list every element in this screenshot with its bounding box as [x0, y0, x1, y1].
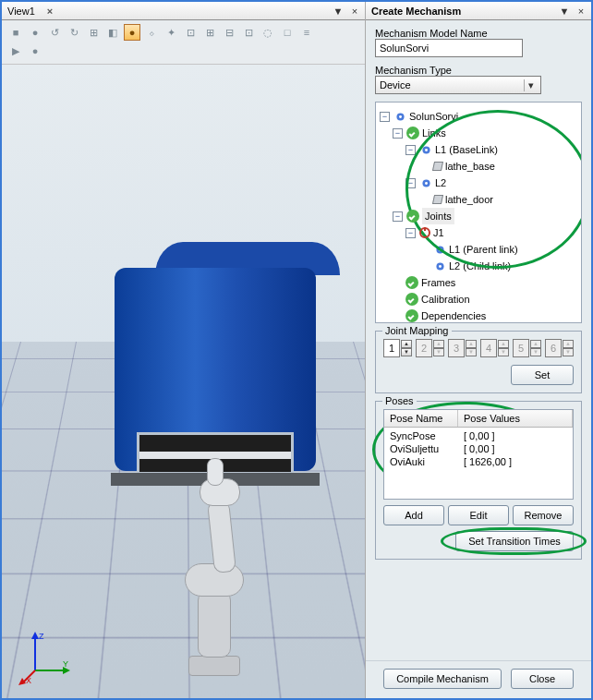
expand-icon[interactable]: −	[405, 228, 416, 238]
joint-spinner-5: 5▲▼	[513, 339, 541, 357]
joint-spinner-3: 3▲▼	[448, 339, 477, 357]
expand-icon[interactable]: −	[405, 145, 416, 155]
check-icon	[405, 309, 418, 322]
tree-joint-parent[interactable]: L1 (Parent link)	[380, 241, 577, 258]
view-dropdown-icon[interactable]: ▼	[332, 5, 345, 18]
svg-point-14	[425, 182, 428, 185]
lathe-model	[103, 242, 288, 473]
tree-joints[interactable]: − Joints	[380, 208, 577, 224]
panel-footer: Compile Mechanism Close	[366, 660, 591, 698]
joint-icon	[419, 227, 430, 238]
view-tab-title[interactable]: View1	[6, 6, 41, 17]
model-name-input[interactable]	[375, 39, 523, 57]
poses-col-name[interactable]: Pose Name	[384, 410, 458, 427]
compile-mechanism-button[interactable]: Compile Mechanism	[383, 669, 502, 689]
joint-spinner-4: 4▲▼	[480, 339, 509, 357]
view3d-canvas[interactable]: Z Y X	[2, 65, 365, 698]
toolbar-icon[interactable]: ⊡	[182, 24, 199, 41]
mechanism-type-label: Mechanism Type	[375, 65, 582, 76]
set-button[interactable]: Set	[511, 365, 574, 385]
poses-header: Pose Name Pose Values	[384, 410, 573, 428]
tree-frames[interactable]: Frames	[380, 274, 577, 291]
mechanism-type-value: Device	[380, 79, 411, 91]
gear-icon	[433, 259, 446, 272]
joint-spinner-6: 6▲▼	[545, 339, 574, 357]
mechanism-type-combo[interactable]: Device ▾	[375, 76, 541, 94]
view-close-icon[interactable]: ×	[348, 5, 361, 18]
panel-close-icon[interactable]: ×	[575, 5, 587, 18]
tree-link-l2[interactable]: − L2	[380, 175, 577, 191]
svg-marker-1	[31, 632, 39, 639]
toolbar-icon[interactable]: ●	[27, 42, 43, 59]
view-toolbar: ■●↺↻⊞◧●⬦✦⊡⊞⊟⊡◌□≡ ▶●	[2, 20, 365, 65]
poses-table[interactable]: Pose Name Pose Values SyncPose[ 0,00 ]Ov…	[383, 409, 574, 500]
toolbar-icon[interactable]: ■	[7, 24, 24, 41]
panel-dropdown-icon[interactable]: ▼	[558, 5, 571, 18]
poses-title: Poses	[382, 395, 417, 406]
model-name-label: Mechanism Model Name	[375, 28, 582, 39]
toolbar-icon[interactable]: ↻	[66, 24, 82, 41]
joint-spinner-2: 2▲▼	[416, 339, 444, 357]
check-icon	[406, 127, 419, 139]
joint-mapping-title: Joint Mapping	[382, 325, 452, 336]
gear-icon	[433, 243, 446, 256]
tree-link-l1[interactable]: − L1 (BaseLink)	[380, 141, 577, 158]
set-transition-times-button[interactable]: Set Transition Times	[455, 531, 574, 551]
toolbar-icon[interactable]: ≡	[298, 24, 315, 41]
tree-link-l2-child[interactable]: lathe_door	[380, 191, 577, 208]
create-mechanism-pane: Create Mechanism ▼ × Mechanism Model Nam…	[366, 2, 591, 698]
toolbar-icon[interactable]: ⊟	[221, 24, 237, 41]
toolbar-icon[interactable]: □	[279, 24, 296, 41]
svg-point-18	[439, 265, 442, 268]
poses-group: Poses Pose Name Pose Values SyncPose[ 0,…	[375, 401, 582, 560]
toolbar-icon[interactable]: ⬦	[143, 24, 160, 41]
chevron-down-icon: ▾	[524, 79, 537, 91]
poses-col-values[interactable]: Pose Values	[458, 410, 573, 427]
expand-icon[interactable]: −	[380, 112, 390, 122]
tree-link-l1-child[interactable]: lathe_base	[380, 158, 577, 175]
toolbar-icon[interactable]: ⊞	[85, 24, 102, 41]
toolbar-icon[interactable]: ●	[27, 24, 43, 41]
expand-icon[interactable]: −	[393, 128, 403, 139]
gear-icon	[419, 143, 432, 156]
view3d-pane: View1 × ▼ × ■●↺↻⊞◧●⬦✦⊡⊞⊟⊡◌□≡ ▶●	[2, 2, 366, 698]
view-tab-close-icon[interactable]: ×	[44, 6, 55, 17]
add-button[interactable]: Add	[383, 505, 444, 525]
gear-icon	[419, 176, 432, 189]
toolbar-icon[interactable]: ◧	[104, 24, 121, 41]
tree-root[interactable]: − SolunSorvi	[380, 108, 577, 125]
svg-point-12	[425, 149, 428, 151]
tree-joint-child[interactable]: L2 (Child link)	[380, 258, 577, 274]
tree-calibration[interactable]: Calibration	[380, 291, 577, 308]
joint-spinner-1[interactable]: 1▲▼	[383, 339, 412, 357]
tree-links[interactable]: − Links	[380, 125, 577, 141]
pose-row[interactable]: SyncPose[ 0,00 ]	[384, 429, 573, 442]
pose-row[interactable]: OviSuljettu[ 0,00 ]	[384, 442, 573, 455]
toolbar-icon[interactable]: ⊞	[201, 24, 218, 41]
svg-point-10	[399, 115, 402, 118]
panel-header: Create Mechanism ▼ ×	[366, 2, 591, 20]
edit-button[interactable]: Edit	[448, 505, 509, 525]
robot-model	[151, 462, 262, 693]
tree-dependencies[interactable]: Dependencies	[380, 308, 577, 323]
toolbar-icon[interactable]: ⊡	[240, 24, 257, 41]
expand-icon[interactable]: −	[393, 211, 403, 222]
toolbar-icon[interactable]: ▶	[7, 42, 24, 59]
svg-point-16	[439, 248, 442, 251]
expand-icon[interactable]: −	[405, 178, 416, 188]
toolbar-icon[interactable]: ✦	[163, 24, 179, 41]
check-icon	[406, 210, 419, 223]
svg-text:X: X	[26, 676, 31, 685]
toolbar-icon[interactable]: ●	[124, 24, 140, 41]
axis-gizmo: Z Y X	[17, 630, 72, 685]
gear-icon	[393, 110, 406, 123]
toolbar-icon[interactable]: ↺	[46, 24, 63, 41]
toolbar-icon[interactable]: ◌	[260, 24, 276, 41]
view-tab-header: View1 × ▼ ×	[2, 2, 365, 20]
pose-row[interactable]: OviAuki[ 1626,00 ]	[384, 455, 573, 468]
panel-title: Create Mechanism	[369, 6, 466, 17]
tree-joint-j1[interactable]: − J1	[380, 224, 577, 241]
close-button[interactable]: Close	[511, 669, 574, 689]
remove-button[interactable]: Remove	[513, 505, 574, 525]
mechanism-tree[interactable]: − SolunSorvi − Links − L1 (BaseLink)	[375, 102, 582, 323]
